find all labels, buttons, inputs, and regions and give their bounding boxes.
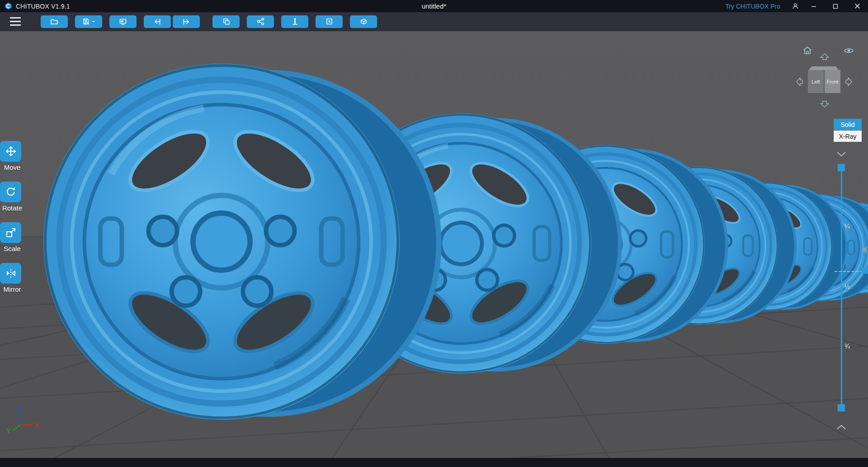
- support-pillar-icon: [291, 17, 299, 26]
- maximize-button[interactable]: [825, 0, 846, 12]
- menu-button[interactable]: [10, 17, 23, 26]
- scale-icon: [5, 227, 17, 238]
- solid-label: Solid: [840, 121, 854, 128]
- undo-arrow-icon: [153, 17, 162, 26]
- visibility-eye-button[interactable]: [844, 47, 854, 55]
- network-nodes-icon: [256, 17, 265, 26]
- maximize-icon: [833, 4, 838, 9]
- dig-hole-button[interactable]: [350, 15, 377, 28]
- clip-plane-dashed-line: [835, 271, 863, 272]
- undo-button[interactable]: [144, 15, 171, 28]
- render-mode-xray-button[interactable]: X-Ray: [834, 131, 862, 142]
- support-button[interactable]: [281, 15, 308, 28]
- clip-collapse-chevron-down[interactable]: [836, 151, 847, 157]
- rotate-tool-button[interactable]: [0, 182, 21, 202]
- axes-indicator: Z X Y: [4, 403, 47, 438]
- user-account-button[interactable]: [788, 0, 803, 12]
- save-icon: [82, 18, 90, 25]
- rotate-icon: [5, 186, 17, 198]
- orbit-up-arrow[interactable]: [820, 53, 830, 61]
- hollow-button[interactable]: [316, 15, 343, 28]
- redo-arrow-icon: [182, 17, 191, 26]
- close-button[interactable]: [846, 0, 868, 12]
- slider-mark-three-quarter: ¾: [844, 343, 850, 350]
- move-tool-button[interactable]: [0, 141, 21, 162]
- try-chitubox-pro-link[interactable]: Try CHITUBOX Pro: [725, 3, 780, 10]
- orbit-down-arrow[interactable]: [820, 100, 830, 107]
- slider-mark-quarter: ¼: [844, 223, 850, 230]
- auto-arrange-button[interactable]: [247, 15, 274, 28]
- move-tool-label: Move: [0, 163, 24, 171]
- mirror-tool-button[interactable]: [0, 263, 21, 284]
- minimize-icon: [811, 4, 816, 9]
- mirror-icon: [5, 267, 17, 279]
- save-button[interactable]: [75, 15, 102, 28]
- redo-button[interactable]: [173, 15, 200, 28]
- plate-icon: [118, 17, 127, 26]
- render-mode-solid-button[interactable]: Solid: [834, 119, 862, 130]
- xray-label: X-Ray: [839, 133, 857, 140]
- panel-collapse-arrow[interactable]: [862, 246, 867, 253]
- app-title: CHITUBOX V1.9.1: [16, 3, 70, 10]
- slider-mark-half: ½: [844, 283, 850, 290]
- cube-front-label: Front: [827, 79, 839, 84]
- scene-3d[interactable]: [0, 31, 868, 458]
- scale-tool-label: Scale: [0, 245, 24, 252]
- cube-left-label: Left: [811, 79, 820, 84]
- clipping-slider-bottom-handle[interactable]: [838, 404, 845, 411]
- axis-y-label: Y: [6, 427, 11, 434]
- axis-x-label: X: [34, 421, 39, 429]
- clip-plane-handle[interactable]: [862, 267, 868, 274]
- document-title: untitled*: [422, 2, 446, 10]
- transform-toolbar: Move Rotate Scale Mirror: [0, 141, 24, 304]
- move-icon: [5, 145, 17, 157]
- wheel-model-1[interactable]: [43, 64, 439, 420]
- main-toolbar: [0, 12, 868, 31]
- titlebar: CHITUBOX V1.9.1 untitled* Try CHITUBOX P…: [0, 0, 868, 12]
- orbit-left-arrow[interactable]: [796, 77, 803, 87]
- close-icon: [854, 3, 860, 9]
- status-bar: [0, 458, 868, 467]
- orbit-right-arrow[interactable]: [845, 77, 852, 87]
- clipping-slider-top-handle[interactable]: [838, 164, 845, 171]
- clip-collapse-chevron-up[interactable]: [836, 424, 847, 430]
- scale-tool-button[interactable]: [0, 222, 21, 243]
- app-logo-icon: [5, 2, 12, 10]
- folder-icon: [50, 17, 59, 26]
- mirror-tool-label: Mirror: [0, 285, 24, 293]
- minimize-button[interactable]: [803, 0, 825, 12]
- rotate-tool-label: Rotate: [0, 204, 24, 212]
- save-dropdown-chevron-icon[interactable]: [91, 19, 95, 23]
- view-cube-left-face[interactable]: Left: [808, 70, 824, 93]
- open-file-button[interactable]: [41, 15, 68, 28]
- user-icon: [792, 3, 799, 9]
- clone-button[interactable]: [212, 15, 240, 28]
- clipping-slider-track[interactable]: [841, 166, 842, 408]
- axis-z-label: Z: [18, 403, 22, 411]
- hollow-box-icon: [325, 17, 334, 26]
- viewport-canvas[interactable]: [0, 31, 868, 458]
- copy-icon: [222, 17, 231, 26]
- open-box-icon: [359, 17, 368, 26]
- add-plate-button[interactable]: [109, 15, 137, 28]
- view-cube-front-face[interactable]: Front: [825, 70, 840, 93]
- view-cube-top-face[interactable]: [809, 66, 839, 70]
- home-view-button[interactable]: [802, 45, 813, 56]
